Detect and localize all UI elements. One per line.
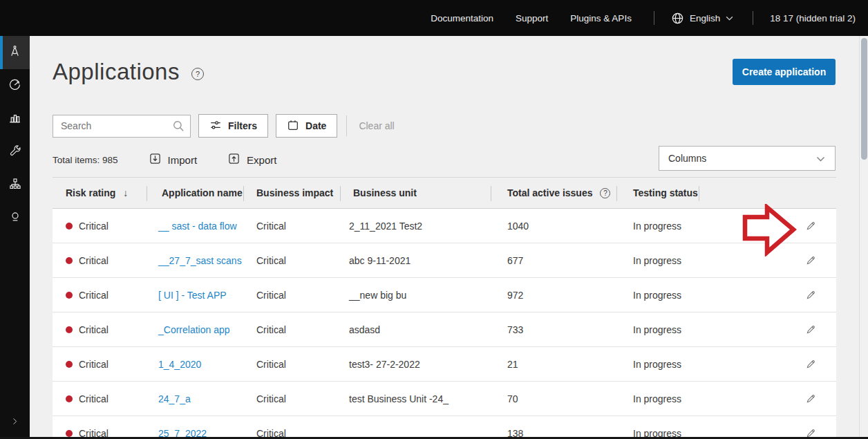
application-name-cell: 1_4_2020 (147, 347, 244, 381)
app-window: Documentation Support Plugins & APIs Eng… (0, 0, 868, 439)
total-active-issues-cell: 972 (491, 278, 617, 312)
column-header-total-active-issues[interactable]: Total active issues ? (491, 178, 617, 208)
column-header-business-unit[interactable]: Business unit (341, 178, 491, 208)
total-active-issues-cell: 733 (491, 312, 617, 346)
testing-status-cell: In progress (617, 278, 699, 312)
topbar-link-plugins-apis[interactable]: Plugins & APIs (570, 13, 632, 24)
sidebar-item-reports[interactable] (0, 102, 30, 136)
export-label: Export (247, 154, 276, 166)
actions-cell (699, 382, 836, 415)
application-name-link[interactable]: __ sast - data flow (158, 221, 237, 232)
bar-chart-icon (8, 111, 22, 128)
risk-rating-cell: Critical (53, 312, 147, 346)
scrollbar-thumb[interactable] (861, 38, 867, 160)
topbar-link-documentation[interactable]: Documentation (431, 13, 493, 24)
testing-status-cell: In progress (617, 347, 699, 381)
import-button[interactable]: Import (149, 152, 198, 167)
sidebar-item-organization[interactable] (0, 169, 30, 202)
topbar: Documentation Support Plugins & APIs Eng… (0, 0, 868, 36)
risk-rating-cell: Critical (53, 416, 147, 439)
sidebar-item-tools[interactable] (0, 136, 30, 169)
business-unit-cell: 2_11_2021 Test2 (341, 209, 491, 243)
risk-rating-cell: Critical (53, 278, 147, 312)
business-unit-cell: __new big bu (341, 278, 491, 312)
export-button[interactable]: Export (227, 152, 276, 167)
filters-button-label: Filters (228, 120, 257, 131)
date-button[interactable]: Date (276, 114, 337, 138)
search-input[interactable] (53, 115, 191, 138)
application-name-cell: __ sast - data flow (147, 209, 244, 243)
critical-dot-icon (66, 395, 73, 402)
edit-pencil-icon[interactable] (805, 254, 817, 266)
main-content: Applications ? Create application Filter… (30, 36, 859, 439)
gauge-icon (8, 77, 22, 95)
application-name-cell: 25_7_2022 (147, 416, 244, 439)
application-name-cell: _Correlation app (147, 312, 244, 346)
vertical-scrollbar[interactable] (859, 36, 868, 437)
column-header-business-impact[interactable]: Business impact (244, 178, 341, 208)
testing-status-cell: In progress (617, 209, 699, 243)
filters-button[interactable]: Filters (198, 114, 268, 138)
risk-rating-label: Critical (79, 255, 108, 266)
chevron-right-icon (10, 416, 19, 429)
language-selector[interactable]: English (671, 12, 733, 25)
language-label: English (690, 13, 720, 24)
column-header-testing-status[interactable]: Testing status (617, 178, 699, 208)
topbar-divider (654, 11, 654, 25)
hierarchy-icon (8, 177, 22, 194)
create-application-button[interactable]: Create application (733, 59, 836, 85)
globe-icon (671, 12, 684, 25)
table-row: Critical 24_7_a Critical test Business U… (53, 382, 836, 416)
sidebar-item-applications[interactable] (0, 36, 30, 69)
sidebar-item-users[interactable] (0, 202, 30, 235)
page-help-icon[interactable]: ? (191, 68, 204, 80)
column-header-application-name[interactable]: Application name (147, 178, 244, 208)
critical-dot-icon (66, 257, 73, 264)
total-active-issues-cell: 677 (491, 243, 617, 277)
table-row: Critical 1_4_2020 Critical test3- 27-2-2… (53, 347, 836, 382)
column-header-label: Total active issues (507, 187, 592, 198)
column-header-actions (699, 178, 836, 208)
calendar-icon (287, 119, 299, 133)
application-name-link[interactable]: _Correlation app (158, 324, 230, 335)
wrench-icon (8, 144, 22, 160)
edit-pencil-icon[interactable] (805, 289, 817, 301)
edit-pencil-icon[interactable] (805, 220, 817, 232)
sidebar-expand-button[interactable] (0, 413, 30, 432)
total-active-issues-cell: 21 (491, 347, 617, 381)
date-button-label: Date (305, 120, 326, 131)
business-impact-cell: Critical (244, 312, 341, 346)
business-impact-cell: Critical (244, 209, 341, 243)
actions-cell (699, 243, 836, 277)
edit-pencil-icon[interactable] (805, 324, 817, 335)
user-icon (8, 210, 22, 227)
business-impact-cell: Critical (244, 347, 341, 381)
search-icon (172, 120, 185, 136)
page-header: Applications ? (53, 59, 204, 85)
application-name-link[interactable]: [ UI ] - Test APP (158, 290, 227, 301)
column-header-risk-rating[interactable]: Risk rating ↓ (53, 178, 147, 208)
sidebar-item-scans[interactable] (0, 69, 30, 102)
business-unit-cell: abc 9-11-2021 (341, 243, 491, 277)
account-menu[interactable]: 18 17 (hidden trial 2) (770, 13, 856, 24)
clear-all-button[interactable]: Clear all (359, 120, 394, 131)
actions-cell (699, 278, 836, 312)
risk-rating-cell: Critical (53, 243, 147, 277)
testing-status-cell: In progress (617, 312, 699, 346)
chevron-down-icon (816, 153, 825, 164)
testing-status-cell: In progress (617, 416, 699, 439)
table-row: Critical __ sast - data flow Critical 2_… (53, 209, 836, 243)
issues-help-icon[interactable]: ? (600, 188, 610, 198)
edit-pencil-icon[interactable] (805, 393, 817, 404)
application-name-link[interactable]: 1_4_2020 (158, 359, 201, 370)
sort-descending-icon[interactable]: ↓ (123, 187, 128, 198)
actions-cell (699, 347, 836, 381)
edit-pencil-icon[interactable] (805, 358, 817, 370)
columns-dropdown[interactable]: Columns (659, 146, 836, 171)
topbar-link-support[interactable]: Support (516, 13, 548, 24)
business-unit-cell: test Business Unit -24_ (341, 382, 491, 415)
application-name-link[interactable]: __27_7_sast scans (158, 255, 242, 266)
column-header-label: Risk rating (66, 187, 115, 198)
total-items-label: Total items: 985 (53, 155, 118, 165)
application-name-link[interactable]: 24_7_a (158, 393, 191, 404)
